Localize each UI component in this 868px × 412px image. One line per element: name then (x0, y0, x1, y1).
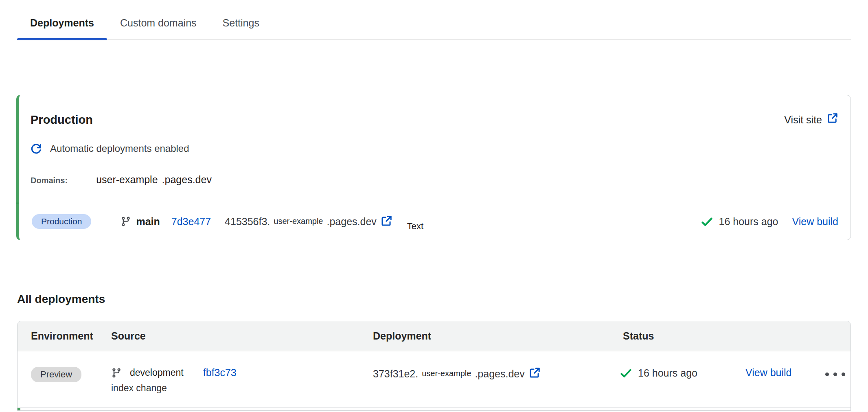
production-card-title: Production (31, 113, 93, 127)
external-link-icon (827, 112, 838, 127)
tab-custom-domains[interactable]: Custom domains (107, 10, 210, 39)
domain-name: user-example (96, 173, 158, 186)
view-build-link[interactable]: View build (792, 216, 838, 228)
deployment-url: 415356f3. user-example .pages.dev (225, 215, 392, 228)
deployment-url-prefix: 415356f3. (225, 216, 270, 228)
environment-badge-production: Production (32, 214, 91, 229)
production-card: Production Visit site Automatic deployme… (16, 95, 851, 240)
column-header-source: Source (111, 330, 373, 342)
production-deployment-row: Production main 7d3e477 415356f3. user-e… (16, 203, 850, 240)
domains-label: Domains: (31, 174, 68, 186)
domains-row: Domains: user-example .pages.dev (31, 173, 838, 203)
table-row: Preview development fbf3c73 index change… (18, 351, 850, 408)
deployment-url-prefix: 373f31e2. (373, 368, 418, 380)
visit-site-link[interactable]: Visit site (784, 112, 838, 127)
git-branch-icon (111, 368, 122, 378)
deployments-table: Environment Source Deployment Status Pre… (17, 321, 851, 411)
three-dots-menu-icon[interactable] (825, 368, 845, 376)
all-deployments-heading: All deployments (17, 293, 105, 306)
deployment-url: 373f31e2. user-example .pages.dev (373, 367, 541, 381)
external-link-icon[interactable] (529, 367, 541, 381)
column-header-status: Status (623, 330, 745, 342)
deployment-url-suffix: .pages.dev (475, 368, 524, 380)
domain-suffix: .pages.dev (162, 173, 212, 186)
commit-message: index change (111, 382, 373, 394)
tab-deployments[interactable]: Deployments (17, 10, 107, 39)
visit-site-label: Visit site (784, 113, 822, 127)
deployment-url-suffix: .pages.dev (327, 216, 376, 228)
deployment-time: 16 hours ago (719, 216, 778, 228)
branch-name: main (136, 216, 160, 228)
external-link-icon[interactable] (381, 215, 392, 228)
success-check-icon (620, 367, 632, 379)
environment-badge-preview: Preview (31, 367, 81, 382)
auto-deployments-text: Automatic deployments enabled (50, 142, 189, 155)
table-header-row: Environment Source Deployment Status (18, 321, 850, 351)
git-branch-icon (121, 216, 131, 227)
column-header-deployment: Deployment (373, 330, 623, 342)
refresh-icon (31, 143, 42, 154)
commit-message: Text (407, 221, 423, 232)
deployment-url-name: user-example (422, 369, 471, 378)
tab-bar: Deployments Custom domains Settings (17, 10, 851, 40)
deployment-url-name: user-example (274, 217, 323, 226)
view-build-link[interactable]: View build (745, 367, 792, 378)
commit-link[interactable]: 7d3e477 (171, 216, 211, 228)
auto-deployments-status: Automatic deployments enabled (31, 142, 838, 155)
branch-name: development (130, 367, 184, 378)
tab-settings[interactable]: Settings (210, 10, 272, 39)
commit-link[interactable]: fbf3c73 (203, 367, 237, 379)
column-header-environment: Environment (31, 330, 111, 342)
success-check-icon (701, 215, 713, 228)
next-row-green-indicator (18, 408, 850, 410)
deployment-time: 16 hours ago (638, 367, 697, 379)
